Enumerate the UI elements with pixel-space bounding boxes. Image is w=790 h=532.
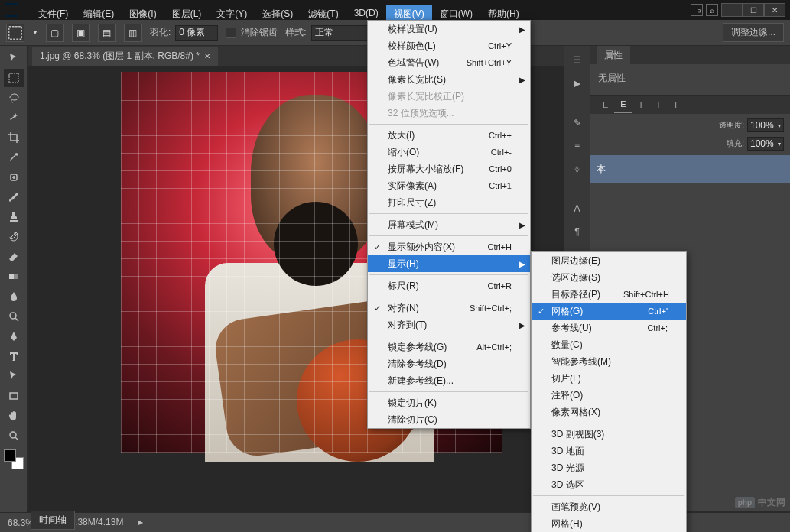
menuitem[interactable]: 图层边缘(E) xyxy=(532,252,686,269)
color-swatches[interactable] xyxy=(4,449,24,469)
feather-input[interactable]: 0 像素 xyxy=(175,25,218,41)
layers-tab-3[interactable]: T xyxy=(632,97,650,112)
eraser-tool[interactable] xyxy=(4,248,24,266)
menu-文件f[interactable]: 文件(F) xyxy=(31,5,76,23)
chevron-right-icon[interactable]: ▶ xyxy=(138,519,143,526)
move-tool[interactable] xyxy=(4,49,24,67)
search-icon[interactable]: ⌕ xyxy=(706,4,718,16)
menuitem[interactable]: 网格(H) xyxy=(532,515,686,532)
clone-panel-icon[interactable]: ⎀ xyxy=(569,161,586,177)
rectangle-tool[interactable] xyxy=(4,387,24,405)
menuitem[interactable]: ✓显示额外内容(X)Ctrl+H xyxy=(368,238,530,255)
menuitem[interactable]: 参考线(U)Ctrl+; xyxy=(532,320,686,336)
menuitem[interactable]: 锁定切片(K) xyxy=(368,394,530,411)
menuitem[interactable]: 锁定参考线(G)Alt+Ctrl+; xyxy=(368,339,530,355)
menuitem[interactable]: 清除切片(C) xyxy=(368,411,530,428)
menuitem[interactable]: ✓对齐(N)Shift+Ctrl+; xyxy=(368,300,530,316)
timeline-button[interactable]: 时间轴 xyxy=(31,511,75,530)
menu-编辑e[interactable]: 编辑(E) xyxy=(76,5,122,23)
menuitem[interactable]: 像素长宽比(S)▶ xyxy=(368,71,530,88)
menuitem[interactable]: 3D 副视图(3) xyxy=(532,426,686,443)
blur-tool[interactable] xyxy=(4,287,24,306)
layers-tab-4[interactable]: T xyxy=(649,97,667,112)
crop-tool[interactable] xyxy=(4,128,24,147)
menuitem[interactable]: 显示(H)▶ xyxy=(368,255,530,272)
type-tool[interactable] xyxy=(4,347,24,365)
history-brush-tool[interactable] xyxy=(4,228,24,246)
menu-图像i[interactable]: 图像(I) xyxy=(122,5,164,23)
menuitem[interactable]: 3D 光源 xyxy=(532,459,686,476)
zoom-tool[interactable] xyxy=(4,427,24,445)
menuitem[interactable]: 数量(C) xyxy=(532,336,686,353)
actions-panel-icon[interactable]: ▶ xyxy=(569,75,586,92)
properties-tab[interactable]: 属性 xyxy=(597,46,630,65)
intersect-selection-icon[interactable]: ▥ xyxy=(124,24,142,42)
fill-input[interactable]: 100%▾ xyxy=(747,137,784,151)
document-tab[interactable]: 1.jpg @ 68.3% (图层 1 副本, RGB/8#) * ✕ xyxy=(32,47,218,66)
dodge-tool[interactable] xyxy=(4,307,24,326)
chevron-down-icon[interactable]: ▼ xyxy=(32,29,38,36)
menuitem[interactable]: 校样设置(U)▶ xyxy=(368,21,530,37)
close-button[interactable]: ✕ xyxy=(764,3,785,17)
menuitem[interactable]: 缩小(O)Ctrl+- xyxy=(368,144,530,161)
menuitem[interactable]: 注释(O) xyxy=(532,387,686,404)
menuitem[interactable]: 切片(L) xyxy=(532,370,686,387)
menuitem[interactable]: 新建参考线(E)... xyxy=(368,372,530,389)
menuitem[interactable]: 目标路径(P)Shift+Ctrl+H xyxy=(532,286,686,303)
menuitem[interactable]: 放大(I)Ctrl++ xyxy=(368,127,530,144)
menuitem[interactable]: 3D 地面 xyxy=(532,443,686,459)
menuitem[interactable]: 色域警告(W)Shift+Ctrl+Y xyxy=(368,54,530,71)
menuitem[interactable]: 屏幕模式(M)▶ xyxy=(368,216,530,233)
active-tool-icon[interactable] xyxy=(6,24,24,42)
menu-滤镜t[interactable]: 滤镜(T) xyxy=(301,5,346,23)
subtract-selection-icon[interactable]: ▤ xyxy=(98,24,116,42)
opacity-input[interactable]: 100%▾ xyxy=(747,118,784,132)
menuitem[interactable]: 像素网格(X) xyxy=(532,404,686,420)
zoom-readout[interactable]: 68.3% xyxy=(8,517,34,528)
menuitem[interactable]: 智能参考线(M) xyxy=(532,353,686,370)
paragraph-panel-icon[interactable]: ¶ xyxy=(569,223,586,240)
menu-文字y[interactable]: 文字(Y) xyxy=(209,5,255,23)
new-selection-icon[interactable]: ▢ xyxy=(46,24,64,42)
menuitem[interactable]: 按屏幕大小缩放(F)Ctrl+0 xyxy=(368,161,530,177)
brushpreset-panel-icon[interactable]: ≡ xyxy=(569,138,586,154)
menuitem[interactable]: 实际像素(A)Ctrl+1 xyxy=(368,177,530,194)
layer-row[interactable]: 本 xyxy=(590,155,790,183)
healing-tool[interactable] xyxy=(4,168,24,187)
menuitem[interactable]: ✓网格(G)Ctrl+' xyxy=(532,303,686,320)
menuitem[interactable]: 画笔预览(V) xyxy=(532,498,686,515)
minimize-button[interactable]: — xyxy=(721,3,743,17)
menuitem[interactable]: 清除参考线(D) xyxy=(368,355,530,372)
layers-tab-1[interactable]: E xyxy=(597,97,614,112)
menu-选择s[interactable]: 选择(S) xyxy=(255,5,301,23)
menuitem[interactable]: 打印尺寸(Z) xyxy=(368,194,530,211)
menu-3dd[interactable]: 3D(D) xyxy=(346,5,386,21)
layers-tab-2[interactable]: E xyxy=(614,96,632,113)
character-panel-icon[interactable]: A xyxy=(569,200,586,217)
maximize-button[interactable]: ☐ xyxy=(743,3,764,17)
magic-wand-tool[interactable] xyxy=(4,109,24,127)
foreground-color[interactable] xyxy=(4,449,16,462)
close-tab-icon[interactable]: ✕ xyxy=(204,52,210,60)
lasso-tool[interactable] xyxy=(4,89,24,107)
refine-edge-button[interactable]: 调整边缘... xyxy=(723,23,784,42)
menuitem[interactable]: 对齐到(T)▶ xyxy=(368,316,530,333)
menuitem[interactable]: 3D 选区 xyxy=(532,476,686,493)
layers-tab-5[interactable]: T xyxy=(667,97,684,112)
gradient-tool[interactable] xyxy=(4,268,24,286)
menuitem[interactable]: 校样颜色(L)Ctrl+Y xyxy=(368,37,530,54)
pen-tool[interactable] xyxy=(4,327,24,345)
brush-tool[interactable] xyxy=(4,188,24,206)
stamp-tool[interactable] xyxy=(4,208,24,226)
eyedropper-tool[interactable] xyxy=(4,148,24,167)
menu-图层l[interactable]: 图层(L) xyxy=(164,5,210,23)
path-selection-tool[interactable] xyxy=(4,367,24,385)
antialias-checkbox[interactable] xyxy=(226,28,236,38)
history-panel-icon[interactable]: ☰ xyxy=(569,52,586,69)
marquee-tool[interactable] xyxy=(4,69,24,87)
menuitem[interactable]: 标尺(R)Ctrl+R xyxy=(368,277,530,294)
add-selection-icon[interactable]: ▣ xyxy=(72,24,90,42)
brush-panel-icon[interactable]: ✎ xyxy=(569,115,586,131)
menuitem[interactable]: 选区边缘(S) xyxy=(532,269,686,286)
hand-tool[interactable] xyxy=(4,407,24,425)
